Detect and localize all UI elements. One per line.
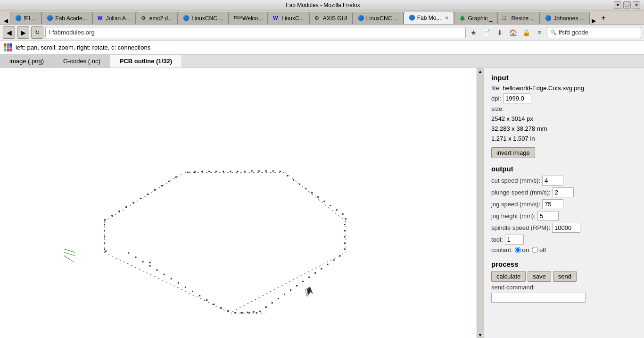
forward-button[interactable]: ▶ bbox=[17, 26, 29, 39]
invert-image-button[interactable]: invert image bbox=[491, 147, 535, 158]
url-bar[interactable]: ℹ fabmodules.org bbox=[45, 27, 466, 38]
tab-welco-favicon: RSA bbox=[234, 15, 240, 22]
svg-rect-10 bbox=[201, 171, 203, 172]
back-button[interactable]: ◀ bbox=[3, 26, 15, 39]
coolant-on-radio[interactable] bbox=[515, 247, 521, 253]
send-command-row: send command: bbox=[491, 284, 636, 291]
coolant-off-radio[interactable] bbox=[532, 247, 538, 253]
tab-linuxc-favicon: W bbox=[273, 15, 280, 22]
bookmark-star-button[interactable]: ★ bbox=[468, 27, 479, 38]
coolant-on-label[interactable]: on bbox=[515, 246, 529, 254]
tool-input[interactable] bbox=[505, 235, 524, 245]
nav-bar: ◀ ▶ ↻ ℹ fabmodules.org ★ 📄 ⬇ 🏠 🔒 ≡ 🔍 lfs… bbox=[0, 25, 644, 41]
svg-rect-12 bbox=[215, 171, 217, 172]
jog-height-input[interactable] bbox=[537, 211, 559, 221]
window-title: Fab Modules - Mozilla Firefox bbox=[32, 2, 614, 8]
send-command-input[interactable] bbox=[491, 293, 586, 303]
tab-graphic-favicon: 🌲 bbox=[459, 15, 466, 22]
main-content: ▲ ▼ input file: helloworld-Edge.Cuts.svg… bbox=[0, 68, 644, 338]
svg-rect-84 bbox=[135, 257, 136, 258]
instruction-text: left: pan, scroll: zoom, right: rotate, … bbox=[16, 44, 150, 51]
save-button[interactable]: save bbox=[528, 271, 551, 282]
tab-lc1-favicon: 🔵 bbox=[183, 15, 190, 22]
tab-fab-mo[interactable]: 🔵 Fab Mo... ✕ bbox=[404, 12, 454, 24]
scroll-right[interactable]: ▲ ▼ bbox=[477, 68, 483, 338]
jog-speed-label: jog speed (mm/s): bbox=[491, 201, 540, 208]
svg-rect-39 bbox=[323, 201, 325, 202]
tab-fl[interactable]: 🔵 !FL... bbox=[10, 12, 41, 24]
tab-fab-acade[interactable]: 🔵 Fab Acade... bbox=[41, 12, 92, 24]
tab-fabmo-close[interactable]: ✕ bbox=[445, 15, 449, 21]
download-button[interactable]: ⬇ bbox=[494, 27, 505, 38]
tab-linuxcnc1[interactable]: 🔵 LinuxCNC ... bbox=[178, 12, 229, 24]
refresh-button[interactable]: ↻ bbox=[31, 26, 43, 39]
maximize-button[interactable]: □ bbox=[623, 1, 631, 9]
tool-label: tool: bbox=[491, 236, 503, 243]
tab-emc2-label: emc2 d... bbox=[149, 15, 173, 22]
page-tab-image[interactable]: image (.png) bbox=[0, 55, 54, 68]
tab-julian[interactable]: W Julian A... bbox=[92, 12, 136, 24]
size-info: 2542 x 3014 px 32.283 x 38.278 mm 1.271 … bbox=[491, 114, 636, 144]
plunge-speed-row: plunge speed (mm/s): bbox=[491, 187, 636, 197]
svg-rect-58 bbox=[284, 294, 285, 295]
tab-resize[interactable]: □ Resize ... bbox=[497, 12, 540, 24]
scroll-track-right[interactable] bbox=[477, 75, 483, 331]
svg-rect-24 bbox=[161, 185, 163, 186]
file-label: file: bbox=[491, 84, 501, 92]
send-button[interactable]: send bbox=[553, 271, 577, 282]
tab-axis[interactable]: ⚙ AXIS GUI bbox=[309, 12, 353, 24]
scroll-up-arrow[interactable]: ▲ bbox=[477, 68, 484, 75]
plunge-speed-input[interactable] bbox=[553, 187, 574, 197]
tab-johannes[interactable]: 🔵 Johannes ... bbox=[540, 12, 589, 24]
svg-rect-51 bbox=[327, 264, 328, 265]
svg-line-96 bbox=[64, 256, 74, 262]
search-icon: 🔍 bbox=[550, 29, 557, 35]
tab-emc2[interactable]: ⚙ emc2 d... bbox=[136, 12, 178, 24]
tab-linuxc[interactable]: W LinuxC... bbox=[268, 12, 309, 24]
tab-graphic[interactable]: 🌲 Graphic _ bbox=[454, 12, 497, 24]
size-label-row: size: bbox=[491, 105, 636, 112]
pocket-button[interactable]: 🔒 bbox=[520, 27, 532, 38]
svg-rect-88 bbox=[104, 230, 105, 231]
grid-icon bbox=[4, 43, 12, 51]
minimize-button[interactable]: ▾ bbox=[614, 1, 621, 9]
new-tab-button[interactable]: + bbox=[598, 12, 609, 24]
svg-rect-76 bbox=[192, 291, 193, 292]
window-controls[interactable]: ▾ □ ✕ bbox=[614, 1, 640, 9]
svg-line-95 bbox=[64, 253, 75, 256]
tab-scroll-left[interactable]: ◀ bbox=[2, 17, 10, 24]
svg-rect-56 bbox=[296, 285, 297, 287]
coolant-off-label[interactable]: off bbox=[532, 246, 546, 254]
svg-rect-36 bbox=[305, 188, 306, 189]
jog-speed-input[interactable] bbox=[542, 199, 563, 209]
scroll-down-arrow[interactable]: ▼ bbox=[477, 331, 484, 338]
svg-rect-23 bbox=[168, 181, 170, 182]
svg-rect-34 bbox=[293, 179, 294, 181]
menu-button[interactable]: ≡ bbox=[534, 27, 545, 38]
canvas-area[interactable]: ▲ ▼ bbox=[0, 68, 484, 338]
svg-rect-27 bbox=[140, 198, 141, 199]
pcb-canvas[interactable] bbox=[0, 68, 483, 338]
svg-rect-61 bbox=[265, 306, 267, 308]
svg-rect-86 bbox=[105, 250, 107, 252]
cut-speed-input[interactable] bbox=[542, 176, 563, 186]
tab-welco[interactable]: RSA Welco... bbox=[229, 12, 268, 24]
svg-rect-42 bbox=[342, 213, 344, 215]
tab-julian-favicon: W bbox=[98, 15, 104, 22]
spindle-speed-input[interactable] bbox=[552, 223, 580, 233]
page-tab-gcodes[interactable]: G-codes (.nc) bbox=[54, 55, 110, 68]
home-button[interactable]: 🏠 bbox=[507, 27, 519, 38]
svg-rect-92 bbox=[149, 262, 151, 263]
file-name: helloworld-Edge.Cuts.svg.png bbox=[503, 84, 584, 92]
search-bar[interactable]: 🔍 lfsfd gcode bbox=[547, 27, 641, 38]
tab-linuxcnc2[interactable]: 🔵 LinuxCNC ... bbox=[353, 12, 404, 24]
tab-scroll-right[interactable]: ▶ bbox=[590, 17, 598, 24]
svg-rect-69 bbox=[249, 312, 250, 313]
reader-view-button[interactable]: 📄 bbox=[481, 27, 492, 38]
dpi-input[interactable] bbox=[503, 93, 531, 103]
calculate-button[interactable]: calculate bbox=[491, 271, 526, 282]
close-button[interactable]: ✕ bbox=[633, 1, 640, 9]
svg-rect-59 bbox=[278, 298, 279, 299]
tab-linuxc-label: LinuxC... bbox=[281, 15, 304, 22]
page-tab-pcb[interactable]: PCB outline (1/32) bbox=[110, 55, 182, 68]
